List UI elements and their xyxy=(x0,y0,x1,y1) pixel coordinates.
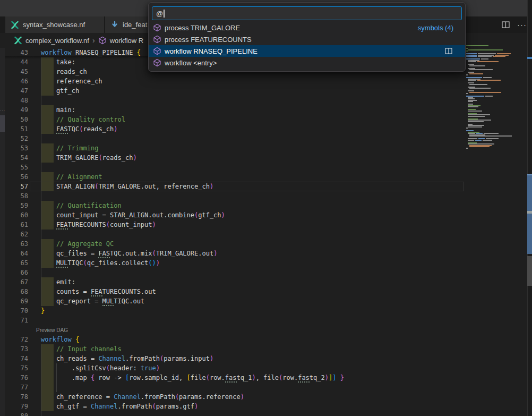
code-text xyxy=(41,384,72,391)
code-text: qc_files = FASTQC.out.mix(TRIM_GALORE.ou… xyxy=(41,250,217,257)
code-line-56[interactable]: 56// Alignment xyxy=(0,172,532,182)
line-number: 60 xyxy=(0,210,28,220)
code-line-72[interactable]: 72workflow { xyxy=(0,335,532,344)
line-number: 63 xyxy=(0,239,28,249)
code-line-71[interactable]: 71 xyxy=(0,316,532,325)
line-number: 62 xyxy=(0,230,28,239)
code-text: // Quantification xyxy=(41,202,122,209)
codelens-link[interactable]: Preview DAG xyxy=(36,327,68,333)
code-text: TRIM_GALORE(reads_ch) xyxy=(41,154,137,162)
breadcrumb-symbol[interactable]: workflow R xyxy=(110,37,144,45)
quick-pick-item-0[interactable]: process TRIM_GALOREsymbols (4) xyxy=(149,22,465,33)
code-line-69[interactable]: 69qc_report = MULTIQC.out xyxy=(0,296,532,306)
code-line-58[interactable]: 58 xyxy=(0,191,532,201)
tab-label: ide_feat xyxy=(123,21,147,29)
text-cursor xyxy=(164,10,165,18)
code-line-64[interactable]: 64qc_files = FASTQC.out.mix(TRIM_GALORE.… xyxy=(0,249,532,258)
code-line-73[interactable]: 73// Input channels xyxy=(0,344,532,354)
code-line-70[interactable]: 70} xyxy=(0,306,532,316)
line-number: 72 xyxy=(0,335,28,344)
quick-input-box[interactable]: @ xyxy=(152,6,462,20)
code-line-52[interactable]: 52 xyxy=(0,134,532,143)
scrollbar-region-highlight[interactable] xyxy=(527,174,532,254)
code-text: emit: xyxy=(41,278,75,286)
code-line-67[interactable]: 67emit: xyxy=(0,277,532,287)
line-number: 56 xyxy=(0,172,28,182)
code-line-75[interactable]: 75.splitCsv(header: true) xyxy=(0,363,532,373)
code-line-51[interactable]: 51FASTQC(reads_ch) xyxy=(0,124,532,134)
line-number: 70 xyxy=(0,306,28,316)
line-number: 74 xyxy=(0,354,28,363)
quick-input-list: process TRIM_GALOREsymbols (4)process FE… xyxy=(149,22,465,69)
line-number: 59 xyxy=(0,201,28,210)
line-number: 55 xyxy=(0,163,28,172)
quick-pick-label: workflow <entry> xyxy=(165,59,217,67)
editor-actions: ··· xyxy=(502,16,527,33)
code-line-63[interactable]: 63// Aggregate QC xyxy=(0,239,532,249)
code-text: FEATURECOUNTS(count_input) xyxy=(41,221,156,228)
quick-pick-item-1[interactable]: process FEATURECOUNTS xyxy=(149,33,465,45)
code-line-62[interactable]: 62 xyxy=(0,230,532,239)
code-line-50[interactable]: 50// Quality control xyxy=(0,115,532,124)
code-line-57[interactable]: 57STAR_ALIGN(TRIM_GALORE.out, reference_… xyxy=(0,182,532,191)
tab-syntax-showcase[interactable]: syntax_showcase.nf xyxy=(5,16,104,33)
line-number: 53 xyxy=(0,143,28,153)
code-line-48[interactable]: 48 xyxy=(0,96,532,105)
line-number: 76 xyxy=(0,373,28,383)
line-number: 51 xyxy=(0,124,28,134)
line-number: 71 xyxy=(0,316,28,325)
code-line-77[interactable]: 77 xyxy=(0,383,532,392)
code-line-80[interactable]: 80 xyxy=(0,411,532,416)
code-line-65[interactable]: 65MULTIQC(qc_files.collect()) xyxy=(0,258,532,268)
line-number: 78 xyxy=(0,392,28,402)
symbol-icon xyxy=(153,58,161,67)
code-line-47[interactable]: 47gtf_ch xyxy=(0,86,532,96)
code-text: // Aggregate QC xyxy=(41,240,114,248)
split-editor-icon[interactable] xyxy=(445,48,461,54)
code-text: // Input channels xyxy=(41,345,122,353)
code-text: } xyxy=(41,307,45,315)
code-line-59[interactable]: 59// Quantification xyxy=(0,201,532,210)
more-actions-button[interactable]: ··· xyxy=(517,20,527,29)
code-line-46[interactable]: 46reference_ch xyxy=(0,77,532,86)
code-text xyxy=(41,135,56,142)
split-editor-button[interactable] xyxy=(502,21,510,28)
code-line-68[interactable]: 68counts = FEATURECOUNTS.out xyxy=(0,287,532,296)
codelens-row[interactable]: Preview DAG xyxy=(0,325,532,335)
code-line-60[interactable]: 60count_input = STAR_ALIGN.out.combine(g… xyxy=(0,210,532,220)
code-line-78[interactable]: 78ch_reference = Channel.fromPath(params… xyxy=(0,392,532,402)
code-text xyxy=(41,412,56,416)
code-line-79[interactable]: 79ch_gtf = Channel.fromPath(params.gtf) xyxy=(0,402,532,411)
code-line-74[interactable]: 74ch_reads = Channel.fromPath(params.inp… xyxy=(0,354,532,363)
scrollbar-thumb[interactable] xyxy=(527,256,532,286)
code-text: ch_gtf = Channel.fromPath(params.gtf) xyxy=(41,403,198,410)
quick-input-query: @ xyxy=(156,10,163,18)
code-line-76[interactable]: 76.map { row -> [row.sample_id, [file(ro… xyxy=(0,373,532,383)
line-number: 52 xyxy=(0,134,28,143)
code-line-54[interactable]: 54TRIM_GALORE(reads_ch) xyxy=(0,153,532,163)
code-line-66[interactable]: 66 xyxy=(0,268,532,277)
code-line-53[interactable]: 53// Trimming xyxy=(0,143,532,153)
quick-pick-item-2[interactable]: workflow RNASEQ_PIPELINE xyxy=(149,45,465,57)
line-number: 58 xyxy=(0,191,28,201)
line-number: 79 xyxy=(0,402,28,411)
code-text: qc_report = MULTIQC.out xyxy=(41,298,144,305)
code-line-61[interactable]: 61FEATURECOUNTS(count_input) xyxy=(0,220,532,230)
code-text: reference_ch xyxy=(41,78,102,85)
code-line-55[interactable]: 55 xyxy=(0,163,532,172)
code-text: ch_reference = Channel.fromPath(params.r… xyxy=(41,393,244,401)
breadcrumb-file[interactable]: complex_workflow.nf xyxy=(25,37,89,45)
line-number: 43 xyxy=(0,48,28,57)
line-number: 44 xyxy=(0,57,28,67)
code-editor[interactable]: 43workflow RNASEQ_PIPELINE {44take:45rea… xyxy=(0,48,532,416)
quick-input-panel: @ process TRIM_GALOREsymbols (4)process … xyxy=(148,2,466,72)
nextflow-icon xyxy=(14,36,22,45)
minimap[interactable] xyxy=(466,45,519,149)
code-text: // Trimming xyxy=(41,145,98,152)
code-text: main: xyxy=(41,106,75,114)
code-line-49[interactable]: 49main: xyxy=(0,105,532,115)
code-text: workflow RNASEQ_PIPELINE { xyxy=(41,49,141,56)
line-number: 77 xyxy=(0,383,28,392)
quick-pick-item-3[interactable]: workflow <entry> xyxy=(149,57,465,69)
arrow-down-icon xyxy=(110,21,119,29)
